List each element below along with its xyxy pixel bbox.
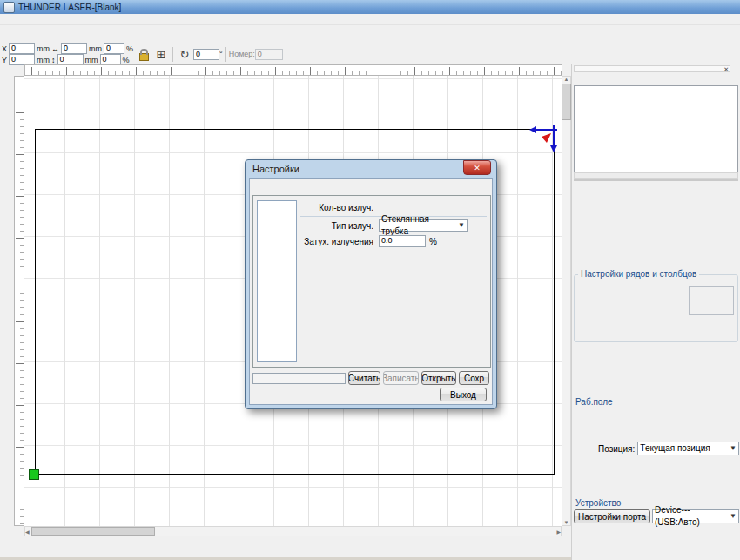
port-settings-button[interactable]: Настройки порта — [574, 509, 650, 523]
ruler-horizontal — [24, 64, 562, 76]
percent-label: % — [123, 56, 130, 64]
coords-toolbar: X 0 mm ↔ 0 mm 0 % Y 0 mm ↕ 0 mm 0 % ⊞ — [0, 44, 740, 64]
work-group-title: Раб.поле — [575, 397, 613, 407]
horizontal-scrollbar[interactable]: ◀▶ — [24, 526, 562, 536]
chevron-down-icon: ▼ — [730, 510, 737, 523]
angle-input[interactable]: 0 — [193, 49, 219, 60]
machine-origin-icon — [528, 122, 560, 153]
settings-dialog: Настройки ✕ Кол-во излуч. Тип излуч. Сте… — [245, 159, 497, 409]
fade-unit: % — [429, 237, 437, 246]
chevron-down-icon: ▼ — [458, 219, 465, 232]
save-button[interactable]: Сохр — [459, 371, 489, 385]
mm-label: mm — [37, 56, 50, 64]
vscroll-thumb[interactable] — [562, 84, 571, 120]
color-palette — [0, 537, 571, 557]
mirror-box — [689, 286, 734, 315]
number-input: 0 — [255, 49, 283, 60]
mm-label: mm — [37, 44, 50, 53]
dialog-close-button[interactable]: ✕ — [463, 160, 491, 175]
lock-ratio-icon[interactable] — [135, 45, 152, 63]
exit-button[interactable]: Выход — [440, 388, 487, 401]
width-input[interactable]: 0 — [61, 43, 87, 54]
dialog-title: Настройки — [252, 164, 299, 174]
write-button: Записать — [383, 371, 419, 385]
fade-label: Затух. излучения — [299, 237, 373, 246]
right-panel: ✕ Настройки рядов и столбцов Раб.поле По… — [571, 64, 740, 560]
chevron-down-icon: ▼ — [730, 442, 737, 455]
scale-x-input[interactable]: 0 — [104, 43, 124, 54]
position-label: Позиция: — [598, 444, 635, 454]
settings-category-list[interactable] — [257, 200, 297, 362]
layers-table-scrollbar[interactable] — [574, 172, 738, 179]
width-icon: ↔ — [51, 44, 59, 53]
position-value: Текущая позиция — [640, 442, 710, 455]
device-select[interactable]: Device---(USB:Авто) ▼ — [652, 509, 739, 523]
titlebar: THUNDER LASER-[Blank] — [0, 0, 740, 14]
position-select[interactable]: Текущая позиция ▼ — [637, 442, 739, 455]
array-settings-title: Настройки рядов и столбцов — [578, 269, 699, 279]
window-title: THUNDER LASER-[Blank] — [18, 3, 121, 12]
degree-label: ° — [219, 50, 223, 58]
device-group-title: Устройство — [575, 498, 621, 508]
open-button[interactable]: Открыть — [421, 371, 457, 385]
mm-label: mm — [85, 56, 98, 64]
dialog-body: Кол-во излуч. Тип излуч. Стеклянная труб… — [249, 178, 493, 405]
panel-grip[interactable]: ✕ — [574, 65, 730, 72]
fade-input[interactable]: 0.0 — [379, 235, 426, 247]
vertical-scrollbar[interactable]: ▲▼ — [562, 76, 571, 526]
percent-label: % — [126, 44, 133, 53]
y-label: Y — [2, 56, 7, 64]
height-icon: ↕ — [51, 56, 56, 64]
x-input[interactable]: 0 — [9, 43, 35, 54]
panel-tabs — [574, 72, 739, 85]
app-icon — [3, 2, 15, 13]
origin-handle[interactable] — [29, 469, 39, 480]
tube-type-select[interactable]: Стеклянная трубка ▼ — [379, 219, 468, 232]
mm-label: mm — [89, 44, 102, 53]
rotate-icon[interactable]: ↻ — [176, 45, 193, 63]
main-toolbar — [0, 25, 740, 44]
qty-label: Кол-во излуч. — [299, 203, 373, 213]
layer-properties — [574, 179, 738, 181]
device-value: Device---(USB:Авто) — [655, 504, 727, 529]
array-settings-group: Настройки рядов и столбцов — [574, 274, 738, 342]
read-button[interactable]: Считать — [348, 371, 380, 385]
layers-table[interactable] — [574, 85, 738, 172]
type-label: Тип излуч. — [299, 221, 373, 231]
ruler-vertical — [14, 76, 24, 526]
dialog-titlebar[interactable]: Настройки — [246, 160, 496, 178]
progress-bar — [252, 373, 346, 384]
dialog-tab-page: Кол-во излуч. Тип излуч. Стеклянная труб… — [252, 195, 491, 368]
weld-grid-icon[interactable]: ⊞ — [152, 45, 170, 63]
close-icon: ✕ — [474, 164, 481, 172]
menubar — [0, 14, 740, 25]
tube-type-value: Стеклянная трубка — [381, 213, 455, 238]
hscroll-thumb[interactable] — [31, 527, 155, 536]
x-label: X — [2, 44, 7, 53]
application-window: THUNDER LASER-[Blank] X 0 mm ↔ 0 mm 0 % … — [0, 0, 740, 560]
number-label: Номер: — [229, 50, 255, 58]
